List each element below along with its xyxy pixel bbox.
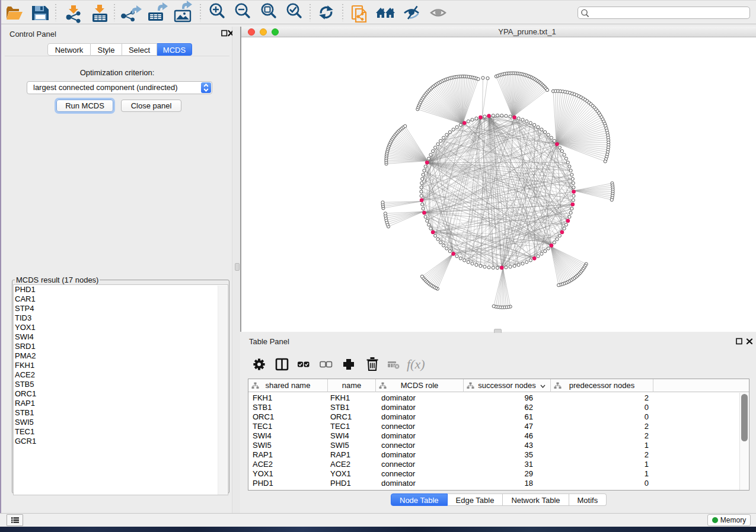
svg-text:f(x): f(x) — [407, 357, 425, 371]
